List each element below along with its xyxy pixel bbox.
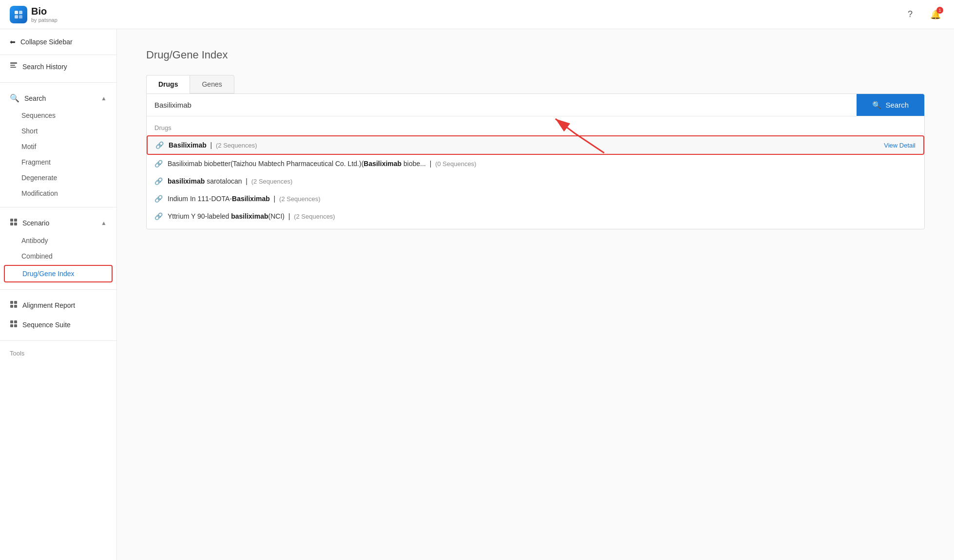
result-item-5[interactable]: 🔗 Yttrium Y 90-labeled basiliximab(NCI) … [147, 207, 924, 225]
search-input-row: 🔍 Search [147, 94, 924, 116]
tab-drugs[interactable]: Drugs [146, 75, 190, 93]
tabs: Drugs Genes [146, 75, 925, 93]
collapse-sidebar-button[interactable]: ⬅ Collapse Sidebar [0, 29, 116, 55]
svg-rect-3 [19, 15, 22, 19]
tab-drugs-label: Drugs [158, 80, 178, 88]
search-chevron-icon: ▲ [101, 95, 107, 102]
drug-gene-index-label: Drug/Gene Index [22, 270, 75, 278]
combined-label: Combined [21, 252, 53, 260]
search-button[interactable]: 🔍 Search [857, 94, 924, 116]
sidebar-item-alignment-report[interactable]: Alignment Report [0, 296, 116, 315]
dropdown-section-label: Drugs [147, 120, 924, 135]
svg-rect-1 [19, 11, 22, 14]
svg-rect-4 [10, 62, 17, 64]
sequences-label: Sequences [21, 112, 56, 119]
tab-genes-label: Genes [202, 80, 222, 88]
sidebar-section-top: Search History [0, 55, 116, 78]
main-content: Drug/Gene Index Drugs Genes 🔍 Search [117, 29, 954, 560]
degenerate-label: Degenerate [21, 174, 57, 182]
svg-rect-2 [15, 15, 18, 19]
link-icon-5: 🔗 [154, 212, 163, 220]
collapse-icon: ⬅ [10, 38, 16, 46]
search-label: Search [24, 94, 46, 102]
svg-rect-6 [10, 67, 16, 68]
logo-text: Bio by patsnap [31, 6, 57, 23]
svg-rect-11 [10, 301, 13, 304]
search-btn-label: Search [885, 101, 909, 109]
search-history-label: Search History [22, 63, 67, 71]
search-container: 🔍 Search Drugs 🔗 Basiliximab | (2 Sequen… [146, 93, 925, 229]
divider-2 [0, 207, 116, 207]
scenario-chevron-icon: ▲ [101, 220, 107, 226]
sidebar-item-fragment[interactable]: Fragment [0, 154, 116, 170]
sidebar-item-antibody[interactable]: Antibody [0, 233, 116, 248]
svg-rect-12 [14, 301, 17, 304]
logo-area: Bio by patsnap [10, 6, 57, 23]
svg-rect-17 [10, 324, 13, 327]
svg-rect-13 [10, 305, 13, 308]
sidebar-item-search-history[interactable]: Search History [0, 57, 116, 76]
sidebar-item-search[interactable]: 🔍 Search ▲ [0, 89, 116, 108]
view-detail-link-1[interactable]: View Detail [884, 142, 916, 149]
dropdown-results: Drugs 🔗 Basiliximab | (2 Sequences) View… [147, 116, 924, 229]
content-wrapper: Drugs Genes 🔍 Search Drugs [146, 75, 925, 229]
search-history-icon [10, 62, 18, 72]
svg-rect-18 [14, 324, 17, 327]
sidebar-item-drug-gene-index[interactable]: Drug/Gene Index [4, 265, 113, 282]
link-icon-2: 🔗 [154, 160, 163, 168]
sidebar-item-degenerate[interactable]: Degenerate [0, 170, 116, 186]
svg-rect-0 [15, 11, 18, 14]
tools-section-label: Tools [0, 345, 116, 362]
antibody-label: Antibody [21, 237, 48, 244]
sidebar-item-sequence-suite[interactable]: Sequence Suite [0, 315, 116, 335]
short-label: Short [21, 127, 38, 135]
sidebar-item-sequences[interactable]: Sequences [0, 108, 116, 123]
sidebar-item-combined[interactable]: Combined [0, 248, 116, 264]
result-text-5: Yttrium Y 90-labeled basiliximab(NCI) | … [168, 212, 916, 220]
drug-search-input[interactable] [147, 94, 857, 116]
alignment-report-label: Alignment Report [22, 301, 75, 309]
logo-bio-label: Bio [31, 6, 57, 17]
divider-4 [0, 340, 116, 341]
svg-rect-7 [10, 219, 13, 222]
divider-3 [0, 289, 116, 290]
result-item-1[interactable]: 🔗 Basiliximab | (2 Sequences) View Detai… [147, 135, 924, 155]
sidebar-item-motif[interactable]: Motif [0, 139, 116, 154]
sidebar-item-modification[interactable]: Modification [0, 186, 116, 201]
link-icon-3: 🔗 [154, 177, 163, 185]
divider-1 [0, 82, 116, 83]
svg-rect-10 [14, 223, 17, 225]
main-layout: ⬅ Collapse Sidebar Search History 🔍 Sear… [0, 29, 954, 560]
result-item-4[interactable]: 🔗 Indium In 111-DOTA-Basiliximab | (2 Se… [147, 190, 924, 207]
sidebar-section-search: 🔍 Search ▲ Sequences Short Motif Fragmen… [0, 87, 116, 203]
svg-rect-5 [10, 65, 15, 66]
page-title: Drug/Gene Index [146, 49, 925, 61]
sidebar-section-tools: Alignment Report Sequence Suite [0, 294, 116, 336]
svg-rect-8 [14, 219, 17, 222]
result-text-1: Basiliximab | (2 Sequences) [169, 141, 879, 149]
svg-rect-15 [10, 320, 13, 323]
notification-button[interactable]: 🔔 1 [927, 6, 944, 23]
svg-rect-16 [14, 320, 17, 323]
top-header: Bio by patsnap ? 🔔 1 [0, 0, 954, 29]
collapse-label: Collapse Sidebar [20, 38, 73, 46]
tab-genes[interactable]: Genes [190, 75, 234, 93]
modification-label: Modification [21, 189, 58, 197]
svg-rect-14 [14, 305, 17, 308]
sidebar-item-scenario[interactable]: Scenario ▲ [0, 213, 116, 233]
alignment-report-icon [10, 300, 18, 310]
logo-sub-label: by patsnap [31, 17, 57, 23]
sidebar-item-short[interactable]: Short [0, 123, 116, 139]
notification-badge: 1 [936, 7, 943, 14]
result-item-2[interactable]: 🔗 Basiliximab biobetter(Taizhou Mabtech … [147, 155, 924, 172]
result-text-3: basiliximab sarotalocan | (2 Sequences) [168, 177, 916, 185]
scenario-icon [10, 218, 18, 228]
help-icon: ? [908, 9, 913, 19]
motif-label: Motif [21, 143, 36, 150]
result-item-3[interactable]: 🔗 basiliximab sarotalocan | (2 Sequences… [147, 172, 924, 190]
help-button[interactable]: ? [901, 6, 919, 23]
scenario-label: Scenario [22, 219, 49, 227]
result-text-4: Indium In 111-DOTA-Basiliximab | (2 Sequ… [168, 195, 916, 203]
header-icons: ? 🔔 1 [901, 6, 944, 23]
sequence-suite-label: Sequence Suite [22, 321, 71, 329]
